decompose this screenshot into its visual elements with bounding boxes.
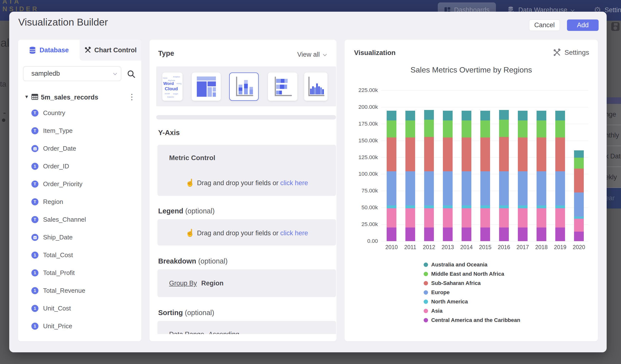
bar-segment-2016[interactable] xyxy=(499,120,509,137)
bar-segment-2013[interactable] xyxy=(443,121,453,138)
bar-segment-2012[interactable] xyxy=(424,227,434,241)
bar-segment-2013[interactable] xyxy=(443,227,453,241)
bar-segment-2010[interactable] xyxy=(387,138,397,171)
bar-segment-2017[interactable] xyxy=(518,227,528,241)
click-here-link[interactable]: click here xyxy=(280,179,308,187)
bar-segment-2017[interactable] xyxy=(518,111,528,121)
bar-segment-2016[interactable] xyxy=(499,171,509,205)
group-by-link[interactable]: Group By xyxy=(169,279,197,287)
bar-segment-2012[interactable] xyxy=(424,205,434,208)
bar-segment-2012[interactable] xyxy=(424,110,434,120)
bar-segment-2010[interactable] xyxy=(387,121,397,138)
bar-segment-2018[interactable] xyxy=(536,138,546,171)
legend-item[interactable]: Asia xyxy=(424,306,442,316)
save-icon[interactable] xyxy=(611,22,620,31)
bar-segment-2019[interactable] xyxy=(555,138,565,171)
bar-segment-2015[interactable] xyxy=(480,171,490,205)
bar-segment-2020[interactable] xyxy=(574,192,584,217)
bar-segment-2010[interactable] xyxy=(387,208,397,227)
bar-segment-2014[interactable] xyxy=(462,227,471,241)
bar-segment-2018[interactable] xyxy=(536,171,546,205)
cancel-button[interactable]: Cancel xyxy=(529,19,560,31)
field-item-total_revenue[interactable]: 1Total_Revenue xyxy=(18,282,141,299)
bar-segment-2011[interactable] xyxy=(405,208,415,227)
bar-segment-2015[interactable] xyxy=(480,138,490,171)
bar-segment-2015[interactable] xyxy=(480,205,490,208)
field-item-item_type[interactable]: TItem_Type xyxy=(18,122,141,140)
bar-segment-2013[interactable] xyxy=(443,205,453,208)
bar-segment-2016[interactable] xyxy=(499,110,509,120)
field-item-country[interactable]: TCountry xyxy=(18,104,141,122)
bar-segment-2019[interactable] xyxy=(555,111,565,121)
bar-segment-2011[interactable] xyxy=(405,171,415,205)
bar-segment-2013[interactable] xyxy=(443,171,453,205)
field-item-order_id[interactable]: 1Order_ID xyxy=(18,157,141,175)
sorting-field-link[interactable]: Data Range xyxy=(169,331,204,334)
bar-segment-2016[interactable] xyxy=(499,208,509,227)
type-card-treemap[interactable] xyxy=(192,72,221,101)
bar-segment-2012[interactable] xyxy=(424,137,434,172)
bar-segment-2014[interactable] xyxy=(462,205,471,208)
dropdown-item[interactable]: k Date xyxy=(604,146,621,167)
field-item-total_cost[interactable]: 1Total_Cost xyxy=(18,246,141,264)
dropdown-item[interactable]: ekly xyxy=(604,167,621,188)
bar-segment-2010[interactable] xyxy=(387,171,397,205)
field-item-sales_channel[interactable]: TSales_Channel xyxy=(18,211,141,228)
bar-segment-2020[interactable] xyxy=(574,217,584,219)
field-item-unit_price[interactable]: 1Unit_Price xyxy=(18,317,141,335)
search-button[interactable] xyxy=(126,69,136,79)
legend-item[interactable]: Central America and the Caribbean xyxy=(424,316,520,325)
tab-database[interactable]: Database xyxy=(18,40,80,61)
bar-segment-2013[interactable] xyxy=(443,208,453,227)
bar-segment-2017[interactable] xyxy=(518,205,528,208)
database-select[interactable]: sampledb xyxy=(23,66,121,81)
bar-segment-2017[interactable] xyxy=(518,171,528,205)
add-button[interactable]: Add xyxy=(567,19,599,31)
sorting-dropzone[interactable]: Data Range Ascending xyxy=(157,321,336,334)
bar-segment-2015[interactable] xyxy=(480,208,490,227)
type-card-stacked-bar-chart[interactable] xyxy=(268,72,297,101)
bar-segment-2014[interactable] xyxy=(462,208,471,227)
horizontal-scrollbar[interactable] xyxy=(156,115,336,120)
table-menu-icon[interactable]: ⋮ xyxy=(128,92,136,102)
legend-item[interactable]: Europe xyxy=(424,288,450,297)
dropdown-item[interactable]: ear xyxy=(604,188,621,208)
breakdown-dropzone[interactable]: Group By Region xyxy=(157,269,336,297)
dropdown-item[interactable]: nthly xyxy=(604,125,621,146)
bar-segment-2010[interactable] xyxy=(387,205,397,208)
bar-segment-2017[interactable] xyxy=(518,208,528,227)
bar-segment-2018[interactable] xyxy=(536,111,546,121)
field-item-order_priority[interactable]: TOrder_Priority xyxy=(18,175,141,193)
bar-segment-2014[interactable] xyxy=(462,138,471,171)
legend-dropzone[interactable]: ☝Drag and drop your fields or click here xyxy=(157,219,336,245)
bar-segment-2013[interactable] xyxy=(443,111,453,121)
bar-segment-2016[interactable] xyxy=(499,205,509,208)
field-item-total_profit[interactable]: 1Total_Profit xyxy=(18,264,141,282)
type-card-histogram[interactable] xyxy=(304,72,328,101)
bar-segment-2012[interactable] xyxy=(424,208,434,227)
bar-segment-2018[interactable] xyxy=(536,121,546,138)
bar-segment-2020[interactable] xyxy=(574,158,584,169)
bar-segment-2019[interactable] xyxy=(555,208,565,227)
bar-segment-2012[interactable] xyxy=(424,171,434,205)
bar-segment-2011[interactable] xyxy=(405,227,415,241)
bar-segment-2019[interactable] xyxy=(555,121,565,138)
bar-segment-2012[interactable] xyxy=(424,120,434,137)
bar-segment-2011[interactable] xyxy=(405,121,415,138)
dropdown-item[interactable]: nge xyxy=(604,104,621,125)
bar-segment-2019[interactable] xyxy=(555,171,565,205)
bar-segment-2018[interactable] xyxy=(536,208,546,227)
bar-segment-2015[interactable] xyxy=(480,111,490,121)
bar-segment-2020[interactable] xyxy=(574,150,584,158)
legend-item[interactable]: North America xyxy=(424,297,468,306)
view-all-button[interactable]: View all xyxy=(297,51,326,58)
bar-segment-2019[interactable] xyxy=(555,227,565,241)
type-card-word-cloud[interactable]: iness Analytics BigData Word mining Clou… xyxy=(162,72,183,101)
bar-segment-2011[interactable] xyxy=(405,205,415,208)
bar-segment-2014[interactable] xyxy=(462,171,471,205)
bar-segment-2013[interactable] xyxy=(443,138,453,171)
legend-item[interactable]: Australia and Oceania xyxy=(424,260,487,269)
bar-segment-2019[interactable] xyxy=(555,205,565,208)
bar-segment-2020[interactable] xyxy=(574,169,584,192)
type-card-stacked-column-chart[interactable] xyxy=(229,72,259,101)
